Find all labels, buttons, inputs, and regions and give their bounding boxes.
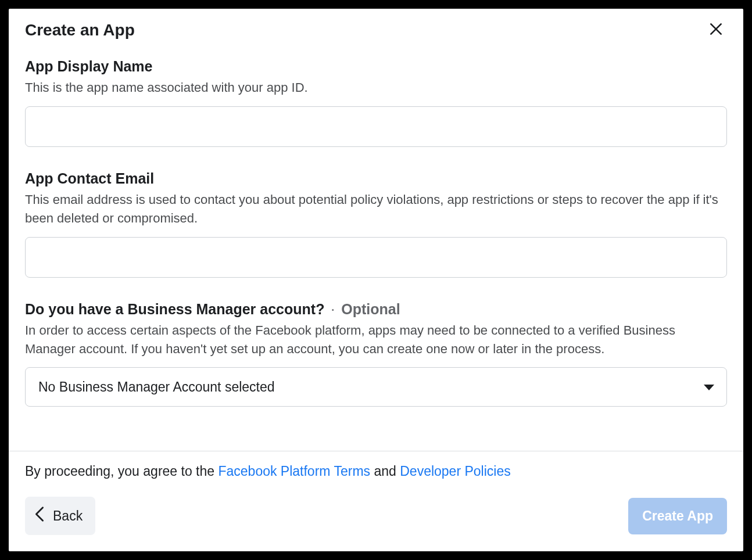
business-manager-label: Do you have a Business Manager account? …: [25, 301, 727, 318]
display-name-input[interactable]: [25, 106, 727, 147]
close-button[interactable]: [705, 18, 727, 42]
agree-prefix: By proceeding, you agree to the: [25, 464, 218, 479]
dialog-footer: By proceeding, you agree to the Facebook…: [9, 451, 743, 551]
create-app-button[interactable]: Create App: [628, 498, 727, 534]
contact-email-description: This email address is used to contact yo…: [25, 191, 727, 228]
dialog-title: Create an App: [25, 21, 135, 40]
create-app-button-label: Create App: [642, 508, 713, 523]
optional-tag: Optional: [341, 301, 400, 317]
agreement-text: By proceeding, you agree to the Facebook…: [25, 462, 727, 480]
business-manager-select[interactable]: No Business Manager Account selected: [25, 367, 727, 407]
agree-mid: and: [370, 464, 400, 479]
chevron-left-icon: [34, 506, 45, 526]
contact-email-input[interactable]: [25, 237, 727, 278]
back-button-label: Back: [53, 508, 83, 524]
business-manager-select-wrapper: No Business Manager Account selected: [25, 367, 727, 407]
developer-policies-link[interactable]: Developer Policies: [400, 464, 510, 479]
back-button[interactable]: Back: [25, 497, 95, 535]
create-app-dialog: Create an App App Display Name This is t…: [9, 9, 743, 551]
display-name-label: App Display Name: [25, 58, 727, 75]
dialog-body: App Display Name This is the app name as…: [9, 42, 743, 451]
close-icon: [708, 21, 724, 38]
contact-email-label: App Contact Email: [25, 170, 727, 187]
field-display-name: App Display Name This is the app name as…: [25, 58, 727, 147]
footer-actions: Back Create App: [25, 497, 727, 535]
business-manager-description: In order to access certain aspects of th…: [25, 321, 727, 358]
display-name-description: This is the app name associated with you…: [25, 78, 727, 97]
label-separator: ·: [327, 301, 339, 317]
dialog-header: Create an App: [9, 9, 743, 42]
field-business-manager: Do you have a Business Manager account? …: [25, 301, 727, 407]
business-manager-label-text: Do you have a Business Manager account?: [25, 301, 324, 317]
field-contact-email: App Contact Email This email address is …: [25, 170, 727, 278]
platform-terms-link[interactable]: Facebook Platform Terms: [218, 464, 370, 479]
business-manager-selected-value: No Business Manager Account selected: [38, 379, 275, 395]
